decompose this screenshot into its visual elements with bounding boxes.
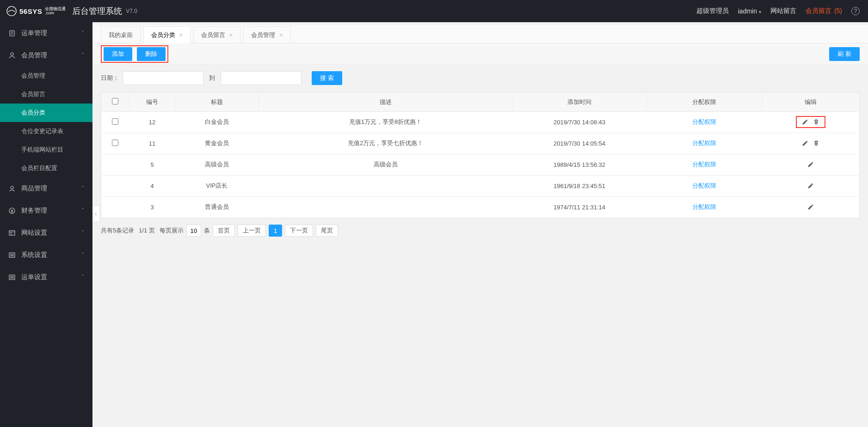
tab-label: 会员分类 xyxy=(151,31,175,39)
list-icon xyxy=(8,251,16,259)
sidebar-item[interactable]: 财务管理˅ xyxy=(0,200,92,222)
header-title: 标题 xyxy=(175,93,259,111)
edit-icon[interactable] xyxy=(801,118,809,126)
cell-auth: 分配权限 xyxy=(646,111,762,133)
tab[interactable]: 会员留言× xyxy=(193,26,240,43)
cell-auth: 分配权限 xyxy=(646,154,762,175)
tab-label: 我的桌面 xyxy=(109,31,133,39)
delete-icon[interactable] xyxy=(812,118,820,126)
cell-desc xyxy=(259,175,512,196)
role-label: 超级管理员 xyxy=(696,7,729,15)
search-bar: 日期： 到 搜 索 xyxy=(92,65,868,89)
logo-text: 56SYS xyxy=(19,7,42,15)
sidebar-sub-item[interactable]: 会员栏目配置 xyxy=(0,159,92,177)
header-desc: 描述 xyxy=(259,93,512,111)
assign-auth-link[interactable]: 分配权限 xyxy=(692,118,716,125)
edit-icon[interactable] xyxy=(801,139,809,147)
list-icon xyxy=(8,274,16,281)
header-right: 超级管理员 iadmin 网站留言 会员留言 (5) ? xyxy=(696,7,860,15)
next-page-button[interactable]: 下一页 xyxy=(285,225,313,237)
user-menu[interactable]: iadmin xyxy=(738,7,761,15)
cell-title: VIP店长 xyxy=(175,175,259,196)
close-icon[interactable]: × xyxy=(279,31,283,39)
chevron-down-icon: ˅ xyxy=(81,230,84,236)
sidebar-item-label: 会员管理 xyxy=(21,51,47,60)
sidebar-item[interactable]: 会员管理˄ xyxy=(0,44,92,67)
sidebar-item[interactable]: 运单设置˅ xyxy=(0,266,92,288)
cell-id: 11 xyxy=(129,133,175,154)
data-table: 编号 标题 描述 添加时间 分配权限 编辑 12白金会员充值1万元，享受8折优惠… xyxy=(101,92,860,218)
tab[interactable]: 我的桌面 xyxy=(101,26,141,43)
assign-auth-link[interactable]: 分配权限 xyxy=(692,161,716,168)
chevron-down-icon: ˅ xyxy=(81,185,84,192)
sidebar-sub-item[interactable]: 会员分类 xyxy=(0,104,92,122)
cell-auth: 分配权限 xyxy=(646,196,762,218)
sidebar-sub-item[interactable]: 会员留言 xyxy=(0,85,92,104)
sidebar-sub-item[interactable]: 会员管理 xyxy=(0,67,92,85)
sidebar-item[interactable]: 系统设置˅ xyxy=(0,244,92,266)
add-button[interactable]: 添加 xyxy=(104,47,132,61)
date-to-label: 到 xyxy=(209,74,215,82)
tab[interactable]: 会员管理× xyxy=(243,26,290,43)
assign-auth-link[interactable]: 分配权限 xyxy=(692,182,716,189)
cell-desc: 高级会员 xyxy=(259,154,512,175)
site-message-link[interactable]: 网站留言 xyxy=(770,7,796,15)
close-icon[interactable]: × xyxy=(229,31,233,39)
edit-icon[interactable] xyxy=(806,160,815,169)
chevron-down-icon: ˅ xyxy=(81,252,84,258)
page-size-input[interactable] xyxy=(186,225,201,237)
cell-id: 4 xyxy=(129,175,175,196)
sidebar-item[interactable]: 网站设置˅ xyxy=(0,222,92,244)
doc-icon xyxy=(8,30,16,37)
edit-highlight xyxy=(796,116,825,128)
page-1-button[interactable]: 1 xyxy=(269,225,282,237)
cell-desc: 充值1万元，享受8折优惠！ xyxy=(259,111,512,133)
date-to-input[interactable] xyxy=(221,71,302,85)
per-page-label-left: 每页展示 xyxy=(160,226,184,235)
cell-id: 12 xyxy=(129,111,175,133)
first-page-button[interactable]: 首页 xyxy=(213,225,235,237)
sidebar-item-label: 系统设置 xyxy=(21,251,47,259)
cell-time: 1961/9/18 23:45:51 xyxy=(512,175,646,196)
sidebar-item[interactable]: 商品管理˅ xyxy=(0,177,92,200)
cell-title: 普通会员 xyxy=(175,196,259,218)
edit-icon[interactable] xyxy=(806,203,815,211)
sidebar-item[interactable]: 运单管理˅ xyxy=(0,22,92,44)
tab[interactable]: 会员分类× xyxy=(143,26,191,43)
select-all-checkbox[interactable] xyxy=(112,98,118,104)
user-icon xyxy=(8,52,16,59)
row-checkbox[interactable] xyxy=(112,140,118,146)
page-indicator: 1/1 页 xyxy=(139,226,155,235)
member-message-link[interactable]: 会员留言 (5) xyxy=(806,7,842,15)
table-row: 5高级会员高级会员1989/4/15 13:56:32分配权限 xyxy=(101,154,859,175)
prev-page-button[interactable]: 上一页 xyxy=(238,225,266,237)
cell-edit xyxy=(762,111,859,133)
sidebar-sub-item[interactable]: 仓位变更记录表 xyxy=(0,122,92,140)
search-button[interactable]: 搜 索 xyxy=(312,71,342,85)
edit-icon[interactable] xyxy=(806,182,815,190)
top-header: 56SYS 全国物流通 .com 后台管理系统 V7.0 超级管理员 iadmi… xyxy=(0,0,868,22)
assign-auth-link[interactable]: 分配权限 xyxy=(692,140,716,146)
delete-button[interactable]: 删除 xyxy=(137,47,166,61)
cell-id: 3 xyxy=(129,196,175,218)
date-from-input[interactable] xyxy=(123,71,203,85)
help-icon[interactable]: ? xyxy=(851,7,860,15)
last-page-button[interactable]: 尾页 xyxy=(316,225,338,237)
svg-point-2 xyxy=(11,53,13,55)
sidebar-collapse-handle[interactable]: ‹ xyxy=(92,205,100,222)
refresh-button[interactable]: 刷 新 xyxy=(829,47,860,61)
cell-edit xyxy=(762,175,859,196)
total-records: 共有5条记录 xyxy=(101,226,134,235)
cell-title: 黄金会员 xyxy=(175,133,259,154)
cell-time: 2019/7/30 14:08:43 xyxy=(512,111,646,133)
delete-icon[interactable] xyxy=(812,139,820,147)
sidebar-sub-item[interactable]: 手机端网站栏目 xyxy=(0,140,92,159)
logo: 56SYS 全国物流通 .com xyxy=(6,6,66,16)
table-row: 12白金会员充值1万元，享受8折优惠！2019/7/30 14:08:43分配权… xyxy=(101,111,859,133)
sidebar-item-label: 运单设置 xyxy=(21,273,47,281)
close-icon[interactable]: × xyxy=(179,31,183,39)
assign-auth-link[interactable]: 分配权限 xyxy=(692,203,716,210)
cell-edit xyxy=(762,133,859,154)
row-checkbox[interactable] xyxy=(112,118,118,125)
header-checkbox xyxy=(101,93,129,111)
